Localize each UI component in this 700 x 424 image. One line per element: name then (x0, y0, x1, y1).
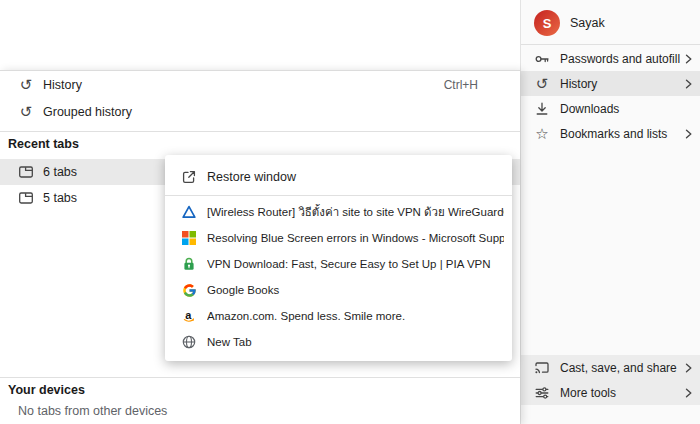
menu-item-tab-pia-vpn[interactable]: VPN Download: Fast, Secure Easy to Set U… (165, 251, 512, 277)
section-header-recent-tabs: Recent tabs (8, 137, 79, 151)
tab-title: VPN Download: Fast, Secure Easy to Set U… (207, 258, 504, 270)
menu-item-label: History (43, 78, 444, 92)
menu-item-tab-amazon[interactable]: a Amazon.com. Spend less. Smile more. (165, 303, 512, 329)
key-icon (534, 51, 550, 67)
restore-window-icon (181, 169, 197, 185)
tab-title: Amazon.com. Spend less. Smile more. (207, 310, 504, 322)
avatar-initial: S (543, 16, 552, 31)
chevron-right-icon (685, 129, 692, 139)
no-tabs-message: No tabs from other devices (18, 404, 167, 418)
menu-item-tab-asus[interactable]: [Wireless Router] วิธีตั้งค่า site to si… (165, 199, 512, 225)
menu-item-label: Bookmarks and lists (560, 127, 681, 141)
avatar: S (534, 10, 560, 36)
svg-text:a: a (185, 309, 192, 321)
tab-icon (18, 164, 34, 180)
star-icon: ☆ (534, 126, 550, 142)
menu-divider (521, 44, 700, 45)
chevron-right-icon (685, 54, 692, 64)
menu-divider (165, 195, 512, 196)
cast-icon (534, 360, 550, 376)
menu-item-history-page[interactable]: ↺ History Ctrl+H (0, 71, 520, 98)
tab-title: New Tab (207, 336, 504, 348)
download-icon (534, 101, 550, 117)
globe-icon (181, 334, 197, 350)
menu-item-label: Cast, save, and share (560, 361, 681, 375)
menu-item-tab-new-tab[interactable]: New Tab (165, 329, 512, 355)
recent-tabs-submenu: Restore window [Wireless Router] วิธีตั้… (165, 155, 512, 361)
history-icon: ↺ (18, 104, 34, 120)
tab-title: Resolving Blue Screen errors in Windows … (207, 232, 504, 244)
screen: S Sayak Passwords and autofill ↺ History (0, 0, 700, 424)
chevron-right-icon (685, 79, 692, 89)
menu-divider (0, 377, 520, 378)
menu-item-restore-window[interactable]: Restore window (165, 163, 512, 191)
section-header-your-devices: Your devices (8, 383, 85, 397)
chevron-right-icon (685, 363, 692, 373)
menu-item-grouped-history[interactable]: ↺ Grouped history (0, 98, 520, 125)
google-logo-icon (181, 282, 197, 298)
menu-item-history[interactable]: ↺ History (521, 71, 700, 96)
menu-item-more-tools[interactable]: More tools (521, 380, 700, 405)
menu-divider (0, 131, 520, 132)
tab-title: [Wireless Router] วิธีตั้งค่า site to si… (207, 203, 504, 221)
menu-item-label: Downloads (560, 102, 692, 116)
shortcut-label: Ctrl+H (444, 78, 478, 92)
menu-item-label: More tools (560, 386, 681, 400)
menu-item-label: Restore window (207, 170, 296, 184)
menu-item-cast-save-share[interactable]: Cast, save, and share (521, 355, 700, 380)
pia-vpn-lock-icon (181, 256, 197, 272)
chrome-main-menu: S Sayak Passwords and autofill ↺ History (520, 0, 700, 424)
menu-item-downloads[interactable]: Downloads (521, 96, 700, 121)
history-icon: ↺ (18, 77, 34, 93)
tab-icon (18, 190, 34, 206)
chevron-right-icon (685, 388, 692, 398)
menu-item-label: Grouped history (43, 105, 478, 119)
tools-icon (534, 385, 550, 401)
asus-logo-icon (181, 204, 197, 220)
amazon-logo-icon: a (181, 308, 197, 324)
history-icon: ↺ (534, 76, 550, 92)
profile-menu-item[interactable]: S Sayak (521, 6, 700, 40)
menu-item-passwords-and-autofill[interactable]: Passwords and autofill (521, 46, 700, 71)
menu-item-label: Passwords and autofill (560, 52, 681, 66)
profile-name: Sayak (570, 16, 605, 30)
menu-item-tab-google-books[interactable]: Google Books (165, 277, 512, 303)
tab-title: Google Books (207, 284, 504, 296)
menu-item-tab-microsoft[interactable]: Resolving Blue Screen errors in Windows … (165, 225, 512, 251)
menu-item-label: History (560, 77, 681, 91)
menu-item-bookmarks-and-lists[interactable]: ☆ Bookmarks and lists (521, 121, 700, 146)
microsoft-logo-icon (181, 230, 197, 246)
